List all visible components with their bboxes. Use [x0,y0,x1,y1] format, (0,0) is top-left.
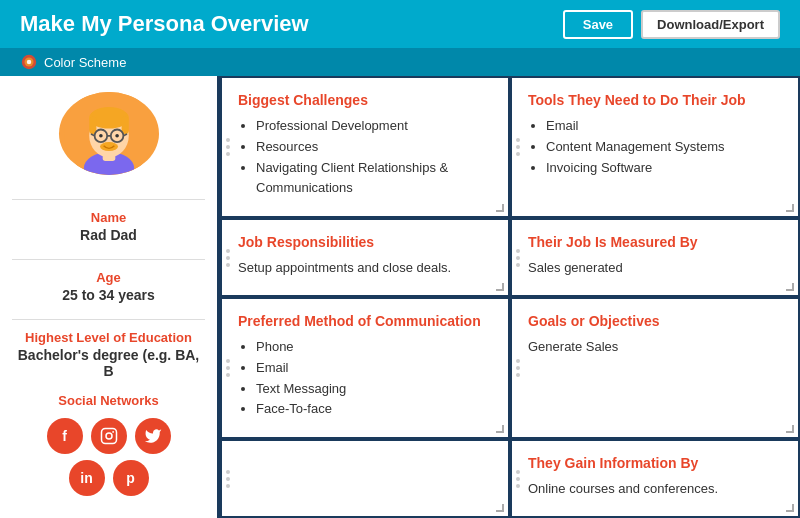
list-item: Face-To-face [256,399,492,420]
list-item: Content Management Systems [546,137,782,158]
resize-handle-7[interactable] [786,504,794,512]
color-scheme-icon [20,53,38,71]
list-item: Navigating Client Relationships & Commun… [256,158,492,200]
grid-cell-5: Goals or ObjectivesGenerate Sales [510,297,800,439]
education-label: Highest Level of Education [25,330,192,345]
resize-handle-6[interactable] [496,504,504,512]
facebook-icon[interactable]: f [47,418,83,454]
resize-handle-4[interactable] [496,425,504,433]
drag-handle-6[interactable] [226,470,230,488]
list-item: Email [256,358,492,379]
list-item: Text Messaging [256,379,492,400]
divider-after-age [12,319,205,320]
list-item: Professional Development [256,116,492,137]
drag-handle-7[interactable] [516,470,520,488]
svg-rect-18 [101,429,116,444]
grid-cell-content-5: Generate Sales [528,337,782,357]
svg-point-20 [112,431,114,433]
social-icons-row-2: in p [69,460,149,496]
drag-handle-0[interactable] [226,138,230,156]
grid-cell-title-5: Goals or Objectives [528,313,782,329]
grid-cell-3: Their Job Is Measured BySales generated [510,218,800,297]
svg-point-19 [106,433,112,439]
svg-point-16 [115,134,119,138]
grid-cell-title-1: Tools They Need to Do Their Job [528,92,782,108]
resize-handle-0[interactable] [496,204,504,212]
drag-handle-3[interactable] [516,249,520,267]
grid-cell-7: They Gain Information ByOnline courses a… [510,439,800,518]
list-item: Invoicing Software [546,158,782,179]
age-value: 25 to 34 years [62,287,155,303]
save-button[interactable]: Save [563,10,633,39]
grid-cell-content-2: Setup appointments and close deals. [238,258,492,278]
drag-handle-5[interactable] [516,359,520,377]
grid-cell-list-1: EmailContent Management SystemsInvoicing… [528,116,782,178]
grid-cell-title-3: Their Job Is Measured By [528,234,782,250]
grid-cell-0: Biggest ChallengesProfessional Developme… [220,76,510,218]
main-content: Name Rad Dad Age 25 to 34 years Highest … [0,76,800,518]
resize-handle-1[interactable] [786,204,794,212]
linkedin-icon[interactable]: in [69,460,105,496]
list-item: Phone [256,337,492,358]
list-item: Resources [256,137,492,158]
education-value: Bachelor's degree (e.g. BA, B [12,347,205,379]
grid-cell-1: Tools They Need to Do Their JobEmailCont… [510,76,800,218]
social-icons-row-1: f [47,418,171,454]
instagram-icon[interactable] [91,418,127,454]
svg-point-15 [99,134,103,138]
resize-handle-2[interactable] [496,283,504,291]
pinterest-icon[interactable]: p [113,460,149,496]
name-label: Name [91,210,126,225]
drag-handle-4[interactable] [226,359,230,377]
sub-header: Color Scheme [0,48,800,76]
grid-cell-4: Preferred Method of CommunicationPhoneEm… [220,297,510,439]
age-label: Age [96,270,121,285]
drag-handle-1[interactable] [516,138,520,156]
header-buttons: Save Download/Export [563,10,780,39]
page-title: Make My Persona Overview [20,11,309,37]
avatar-image [64,92,154,175]
color-scheme-selector[interactable]: Color Scheme [20,53,126,71]
export-button[interactable]: Download/Export [641,10,780,39]
name-value: Rad Dad [80,227,137,243]
grid-cell-list-4: PhoneEmailText MessagingFace-To-face [238,337,492,420]
resize-handle-3[interactable] [786,283,794,291]
grid-cell-2: Job ResponsibilitiesSetup appointments a… [220,218,510,297]
divider-after-name [12,259,205,260]
grid-cell-6 [220,439,510,518]
right-grid: Biggest ChallengesProfessional Developme… [220,76,800,518]
drag-handle-2[interactable] [226,249,230,267]
grid-cell-title-7: They Gain Information By [528,455,782,471]
divider-after-avatar [12,199,205,200]
color-scheme-label: Color Scheme [44,55,126,70]
grid-cell-content-3: Sales generated [528,258,782,278]
resize-handle-5[interactable] [786,425,794,433]
grid-cell-title-0: Biggest Challenges [238,92,492,108]
avatar [59,92,159,175]
grid-cell-list-0: Professional DevelopmentResourcesNavigat… [238,116,492,199]
grid-cell-content-7: Online courses and conferences. [528,479,782,499]
left-column: Name Rad Dad Age 25 to 34 years Highest … [0,76,220,518]
twitter-icon[interactable] [135,418,171,454]
svg-point-2 [27,60,32,65]
grid-cell-title-4: Preferred Method of Communication [238,313,492,329]
social-networks-label: Social Networks [58,393,158,408]
grid-cell-title-2: Job Responsibilities [238,234,492,250]
list-item: Email [546,116,782,137]
header-left: Make My Persona Overview [20,11,309,37]
header: Make My Persona Overview Save Download/E… [0,0,800,48]
